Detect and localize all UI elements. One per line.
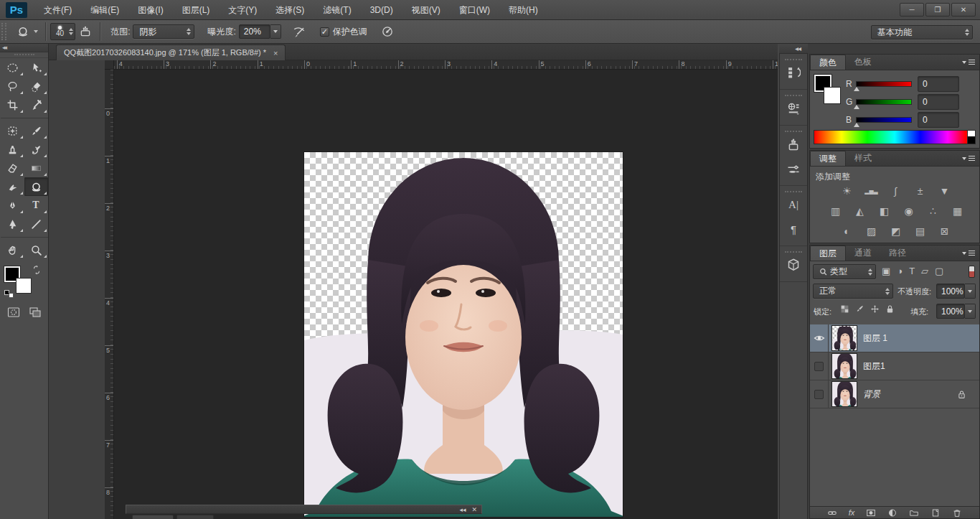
tool-crop[interactable] — [1, 95, 24, 114]
ruler-horizontal[interactable]: 4321012345678910 — [114, 60, 778, 70]
ruler-vertical[interactable]: 012345678 — [105, 70, 114, 519]
strip-grip[interactable] — [780, 90, 807, 96]
menu-window[interactable]: 窗口(W) — [450, 4, 499, 17]
swap-colors-icon[interactable] — [32, 265, 42, 275]
panel-menu-icon[interactable] — [962, 154, 975, 163]
tool-brush[interactable] — [24, 121, 48, 140]
adjustment-color-lookup-icon[interactable]: ▦ — [949, 204, 966, 218]
adjustment-levels-icon[interactable]: ▂▅▃ — [863, 184, 880, 198]
adjustment-color-balance-icon[interactable]: ◭ — [852, 204, 868, 218]
tool-zoom[interactable] — [24, 240, 48, 259]
tool-clone-stamp[interactable] — [1, 140, 24, 159]
filter-type-layers-icon[interactable]: T — [909, 266, 915, 276]
adjustment-curves-icon[interactable]: ∫ — [887, 184, 904, 198]
new-group-icon[interactable] — [909, 508, 919, 518]
bottom-panel-tab-stub[interactable] — [132, 515, 174, 519]
layer-filtering-toggle[interactable] — [969, 266, 975, 278]
tool-elliptical-marquee[interactable] — [1, 58, 24, 77]
red-value[interactable]: 0 — [918, 76, 959, 92]
panel-menu-icon[interactable] — [962, 58, 975, 67]
red-slider[interactable] — [856, 81, 912, 87]
blend-mode-select[interactable]: 正常 — [813, 284, 893, 299]
layer-name[interactable]: 图层1 — [863, 360, 885, 373]
layer-thumbnail[interactable] — [831, 381, 857, 407]
strip-grip[interactable] — [780, 54, 807, 60]
quick-mask-button[interactable] — [7, 307, 20, 318]
layer-row-selected[interactable]: 图层 1 — [810, 324, 979, 352]
green-value[interactable]: 0 — [918, 94, 959, 110]
tool-preset-picker[interactable] — [12, 24, 41, 39]
slider-thumb[interactable] — [854, 105, 859, 109]
tab-paths[interactable]: 路径 — [880, 246, 915, 261]
layer-name[interactable]: 图层 1 — [863, 332, 887, 345]
brush-size-picker[interactable]: 40 — [50, 23, 75, 40]
background-color-swatch[interactable] — [16, 278, 32, 294]
adjustment-gradient-map-icon[interactable]: ▤ — [912, 224, 928, 238]
visibility-toggle[interactable] — [810, 352, 829, 380]
eye-hidden-box[interactable] — [814, 390, 824, 399]
bottom-dock-collapse-icon[interactable]: ◂◂ — [459, 506, 466, 513]
tab-color[interactable]: 颜色 — [810, 55, 846, 70]
menu-view[interactable]: 视图(V) — [402, 4, 450, 17]
workspace-switcher[interactable]: 基本功能 — [871, 25, 973, 39]
airbrush-toggle-button[interactable] — [288, 24, 310, 39]
protect-tones-checkbox[interactable]: ✓ — [320, 27, 329, 37]
bottom-panel-tab-stub[interactable] — [176, 515, 214, 519]
collapse-dock-icon[interactable]: ◂◂ — [795, 45, 801, 52]
lock-paint-icon[interactable] — [855, 304, 864, 314]
tools-grip[interactable] — [0, 52, 48, 58]
fill-dropdown-button[interactable] — [965, 304, 976, 319]
layer-filter-select[interactable]: 类型 — [813, 264, 876, 279]
bottom-dock-header[interactable]: ◂◂ ✕ — [126, 505, 482, 514]
tab-layers[interactable]: 图层 — [810, 246, 846, 261]
tool-hand[interactable] — [1, 240, 24, 259]
lock-position-icon[interactable] — [870, 304, 880, 314]
menu-image[interactable]: 图像(I) — [128, 4, 172, 17]
filter-adjustment-layers-icon[interactable]: ◑ — [897, 266, 903, 276]
adjustment-channel-mixer-icon[interactable]: ∴ — [925, 204, 941, 218]
tool-eraser[interactable] — [1, 159, 24, 177]
layer-row[interactable]: 图层1 — [810, 352, 979, 380]
fill-value[interactable]: 100% — [936, 304, 965, 319]
adjustment-selective-color-icon[interactable]: ⊠ — [936, 224, 953, 238]
tool-line[interactable] — [24, 215, 48, 233]
eye-hidden-box[interactable] — [814, 362, 824, 371]
lock-all-icon[interactable] — [885, 304, 895, 314]
green-slider[interactable] — [856, 99, 912, 105]
tool-history-brush[interactable] — [24, 140, 48, 159]
document-tab[interactable]: QQ截图20170326083140.jpg @ 171% (图层 1, RGB… — [56, 45, 286, 60]
layer-thumbnail[interactable] — [831, 353, 857, 379]
panel-menu-icon[interactable] — [962, 249, 975, 258]
filter-smart-objects-icon[interactable]: ▢ — [935, 266, 943, 276]
filter-pixel-layers-icon[interactable]: ▣ — [882, 266, 890, 276]
tab-channels[interactable]: 通道 — [846, 246, 880, 261]
new-layer-icon[interactable] — [930, 508, 941, 518]
lock-transparency-icon[interactable] — [840, 304, 849, 314]
tool-eyedropper[interactable] — [24, 95, 48, 114]
menu-layer[interactable]: 图层(L) — [173, 4, 220, 17]
filter-shape-layers-icon[interactable]: ▱ — [921, 266, 928, 276]
visibility-toggle[interactable] — [810, 380, 829, 408]
menu-help[interactable]: 帮助(H) — [499, 4, 547, 17]
3d-panel-icon[interactable] — [780, 253, 807, 277]
slider-thumb[interactable] — [854, 87, 859, 91]
range-select[interactable]: 阴影 — [133, 24, 194, 39]
brush-panel-strip-icon[interactable] — [780, 132, 807, 156]
brush-presets-panel-icon[interactable] — [780, 156, 807, 181]
add-layer-mask-icon[interactable] — [866, 508, 876, 518]
default-colors-icon[interactable] — [4, 290, 14, 298]
blue-slider[interactable] — [856, 117, 912, 123]
canvas-area[interactable] — [114, 70, 778, 519]
visibility-toggle[interactable] — [810, 324, 829, 352]
delete-layer-icon[interactable] — [952, 508, 962, 518]
new-adjustment-layer-icon[interactable] — [887, 508, 897, 518]
menu-filter[interactable]: 滤镜(T) — [314, 4, 360, 17]
layer-row-background[interactable]: 背景 — [810, 380, 979, 408]
menu-edit[interactable]: 编辑(E) — [81, 4, 128, 17]
adjustment-hue-saturation-icon[interactable]: ▥ — [827, 204, 844, 218]
history-panel-icon[interactable] — [780, 60, 807, 85]
toggle-brush-panel-button[interactable] — [75, 24, 95, 39]
tool-burn[interactable] — [24, 177, 48, 196]
adjustment-black-white-icon[interactable]: ◧ — [876, 204, 892, 218]
menu-select[interactable]: 选择(S) — [266, 4, 314, 17]
